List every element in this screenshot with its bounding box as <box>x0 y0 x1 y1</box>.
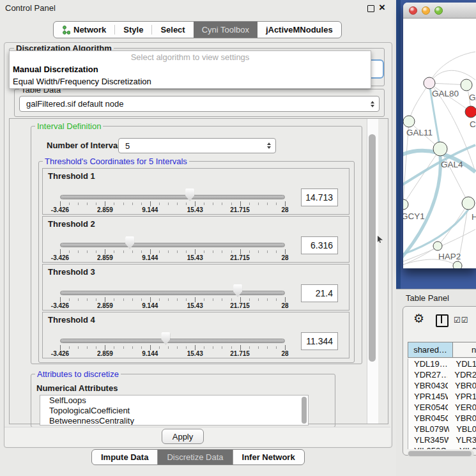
traffic-light-close[interactable] <box>409 6 417 15</box>
network-window[interactable]: GAL80GACGAL11GAL4GCY1HHAP2 <box>403 3 476 268</box>
threshold-value-input[interactable]: 6.316 <box>301 236 338 254</box>
table-cell[interactable]: YLR345W <box>408 435 449 445</box>
network-node[interactable] <box>433 142 447 156</box>
number-of-intervals-combo[interactable]: 5 <box>118 138 276 153</box>
tab-jactivemnodules[interactable]: jActiveMNodules <box>257 22 341 38</box>
network-node[interactable] <box>433 242 442 250</box>
table-cell[interactable]: YIL052C <box>408 446 452 449</box>
table-cell[interactable]: YDR2 <box>447 370 476 380</box>
table-row[interactable]: YBL079WYBL0 <box>408 424 476 434</box>
network-node[interactable] <box>424 77 435 89</box>
table-row[interactable]: YBR043CYBR0 <box>408 380 476 391</box>
network-node[interactable] <box>453 261 462 268</box>
attribute-list-scrollbar-thumb[interactable] <box>302 397 307 424</box>
float-icon[interactable] <box>367 5 374 12</box>
tick-label: 2.859 <box>97 302 113 309</box>
table-cell[interactable]: YIL0 <box>452 446 476 449</box>
table-cell[interactable]: YBL0 <box>449 424 476 434</box>
gear-icon[interactable]: ⚙ <box>413 311 424 326</box>
tick-mark <box>132 203 133 205</box>
table-row[interactable]: YDL19…YDL1 <box>408 358 476 369</box>
table-cell[interactable]: YBR0 <box>448 381 476 390</box>
tab-cyni-toolbox[interactable]: Cyni Toolbox <box>194 22 257 38</box>
table-row[interactable]: YIL052CYIL0 <box>408 445 476 449</box>
apply-button[interactable]: Apply <box>162 429 204 444</box>
table-cell[interactable]: YBR0 <box>448 413 476 423</box>
checkbox-icons[interactable]: ☑☑ <box>454 316 469 325</box>
close-icon[interactable]: × <box>379 1 385 14</box>
table-cell[interactable]: YBR045C <box>408 413 448 423</box>
tick-mark <box>96 298 96 301</box>
algorithm-popup: Select algorithm to view settings Manual… <box>9 50 371 89</box>
tab-network[interactable]: Network <box>54 22 114 38</box>
slider-tick-labels: -3.4262.8599.14415.4321.71528 <box>60 206 285 213</box>
column-header-shared[interactable]: shared… <box>408 342 453 357</box>
network-node[interactable] <box>462 197 475 210</box>
table-cell[interactable]: YPR145W <box>408 392 448 401</box>
tab-select[interactable]: Select <box>152 22 193 38</box>
slider-track[interactable] <box>60 243 285 247</box>
popup-option-equal-width-frequency[interactable]: Equal Width/Frequency Discretization <box>10 75 371 88</box>
table-row[interactable]: YBR045CYBR0 <box>408 413 476 424</box>
network-canvas[interactable]: GAL80GACGAL11GAL4GCY1HHAP2 <box>403 19 476 268</box>
tick-mark <box>150 249 151 254</box>
columns-icon[interactable] <box>436 314 449 327</box>
tick-mark <box>267 298 268 301</box>
table-cell[interactable]: YBL079W <box>408 424 449 434</box>
tab-infer-network[interactable]: Infer Network <box>233 450 304 464</box>
node-label: GA <box>469 93 476 102</box>
slider-handle[interactable] <box>185 188 194 201</box>
popup-placeholder: Select algorithm to view settings <box>10 51 371 63</box>
table-row[interactable]: YDR27…YDR2 <box>408 369 476 380</box>
tick-mark <box>285 297 286 302</box>
table-row[interactable]: YLR345WYLR3 <box>408 434 476 445</box>
table-cell[interactable]: YPR1 <box>448 392 476 401</box>
threshold-label: Threshold 1 <box>48 171 95 181</box>
threshold-value-input[interactable]: 14.713 <box>301 188 338 206</box>
table-row[interactable]: YPR145WYPR1 <box>408 391 476 402</box>
vertical-scrollbar-thumb[interactable] <box>369 134 376 362</box>
popup-option-manual-discretization[interactable]: Manual Discretization <box>10 63 371 75</box>
threshold-value-input[interactable]: 11.344 <box>301 332 338 350</box>
tab-impute-data[interactable]: Impute Data <box>92 450 158 464</box>
table-cell[interactable]: YDR27… <box>408 370 447 380</box>
table-cell[interactable]: YLR3 <box>449 435 476 445</box>
table-panel-title: Table Panel <box>406 293 449 303</box>
tick-label: 21.715 <box>230 254 250 261</box>
slider-track[interactable] <box>60 291 285 295</box>
slider-handle[interactable] <box>233 284 242 297</box>
attribute-list: SelfLoopsTopologicalCoefficientBetweenne… <box>40 395 309 426</box>
threshold-value-input[interactable]: 21.4 <box>301 284 338 302</box>
tick-mark <box>240 249 241 254</box>
network-node[interactable] <box>403 116 415 127</box>
network-node[interactable] <box>403 199 408 210</box>
traffic-light-zoom[interactable] <box>434 6 443 15</box>
tab-style[interactable]: Style <box>115 22 151 38</box>
tick-mark <box>168 346 169 349</box>
slider-track[interactable] <box>60 195 285 199</box>
table-cell[interactable]: YBR043C <box>408 381 448 390</box>
table-row[interactable]: YER054CYER0 <box>408 402 476 413</box>
tick-mark <box>159 346 160 349</box>
column-header-name[interactable]: na <box>453 342 476 357</box>
slider-handle[interactable] <box>125 236 134 249</box>
traffic-light-minimize[interactable] <box>422 6 430 15</box>
table-cell[interactable]: YDL19… <box>408 359 449 369</box>
list-item[interactable]: TopologicalCoefficient <box>40 406 308 416</box>
slider-handle[interactable] <box>161 332 170 345</box>
horizontal-scrollbar-thumb[interactable] <box>408 451 472 456</box>
table-cell[interactable]: YER054C <box>408 403 448 412</box>
slider-track[interactable] <box>60 339 285 343</box>
table-data-combo[interactable]: galFiltered.sif default node <box>19 96 380 112</box>
tab-network-label: Network <box>73 25 106 35</box>
table-cell[interactable]: YDL1 <box>449 359 476 369</box>
list-item[interactable]: BetweennessCentrality <box>40 416 308 426</box>
tick-mark <box>204 250 204 253</box>
tab-discretize-data[interactable]: Discretize Data <box>158 450 233 464</box>
list-item[interactable]: SelfLoops <box>40 395 308 406</box>
network-node[interactable] <box>461 79 472 91</box>
table-cell[interactable]: YER0 <box>448 403 476 412</box>
horizontal-scrollbar[interactable] <box>408 450 474 457</box>
network-window-titlebar[interactable] <box>403 3 476 19</box>
network-node[interactable] <box>465 106 476 118</box>
